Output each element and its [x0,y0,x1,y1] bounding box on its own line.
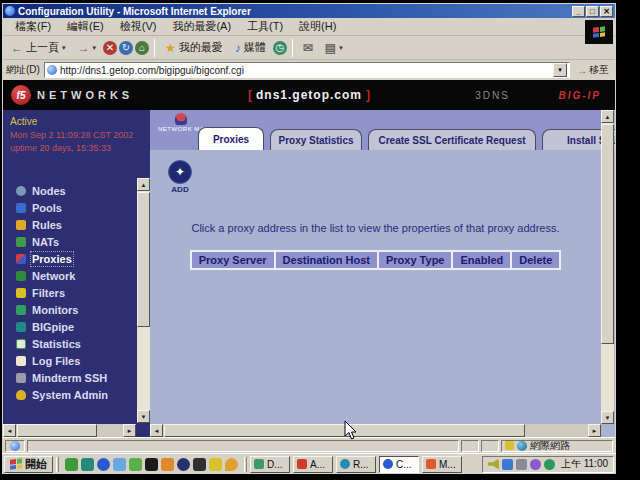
log-files-icon [16,356,26,366]
sidebar-item-rules[interactable]: Rules [3,216,135,233]
scrollbar-thumb[interactable] [601,124,614,344]
volume-icon[interactable] [488,459,499,470]
column-header-proxy-server[interactable]: Proxy Server [192,252,274,268]
scroll-left-icon[interactable]: ◄ [3,424,16,437]
media-button[interactable]: ♪ 媒體 [230,38,271,57]
scroll-left-icon[interactable]: ◄ [150,424,163,437]
tray-app-icon[interactable] [544,459,555,470]
quicklaunch-icon[interactable] [81,458,94,471]
ie-logo-icon [5,6,15,16]
tray-app-icon[interactable] [530,459,541,470]
tab-proxy-statistics[interactable]: Proxy Statistics [270,129,362,150]
tab-create-ssl-certificate-request[interactable]: Create SSL Certificate Request [368,129,536,150]
tab-proxies[interactable]: Proxies [198,127,264,150]
security-zone-pane: 網際網路 [501,440,613,452]
menu-view[interactable]: 檢視(V) [112,18,165,35]
add-proxy-button[interactable]: ✦ ADD [164,160,196,194]
scroll-up-icon[interactable]: ▲ [601,110,614,123]
sidebar-item-proxies[interactable]: Proxies [3,250,135,267]
go-button[interactable]: → 移至 [574,62,612,78]
quicklaunch-icon[interactable] [97,458,110,471]
address-dropdown-icon[interactable]: ▾ [553,63,567,77]
sidebar-item-bigpipe[interactable]: BIGpipe [3,318,135,335]
start-button[interactable]: 開始 [4,456,53,473]
refresh-button[interactable]: ↻ [119,41,133,55]
quicklaunch-icon[interactable] [177,458,190,471]
close-button[interactable]: ✕ [600,6,613,17]
sidebar-item-nodes[interactable]: Nodes [3,182,135,199]
sidebar-vertical-scrollbar[interactable]: ▲ ▼ [137,178,150,423]
sidebar-item-log-files[interactable]: Log Files [3,352,135,369]
forward-button[interactable]: → ▾ [73,40,102,56]
quicklaunch-icon[interactable] [209,458,222,471]
address-input[interactable]: http://dns1.getop.com/bigipgui/bigconf.c… [44,62,570,78]
quicklaunch-icon[interactable] [65,458,78,471]
sidebar-item-nats[interactable]: NATs [3,233,135,250]
menu-tools[interactable]: 工具(T) [239,18,291,35]
monitors-icon [16,305,26,315]
print-button[interactable]: ▤ ▾ [320,40,348,56]
favorites-button[interactable]: ★ 我的最愛 [160,38,228,57]
sidebar-horizontal-scrollbar[interactable]: ◄ ► [3,424,136,437]
messenger-icon[interactable] [502,459,513,470]
menu-help[interactable]: 說明(H) [291,18,344,35]
task-window-button-active[interactable]: C... [379,456,419,473]
history-button[interactable]: ◷ [273,41,287,55]
display-icon[interactable] [516,459,527,470]
forward-dropdown-icon[interactable]: ▾ [93,44,97,52]
sidebar-item-network[interactable]: Network [3,267,135,284]
back-button[interactable]: ← 上一頁 ▾ [6,38,71,57]
quicklaunch-icon[interactable] [193,458,206,471]
scroll-down-icon[interactable]: ▼ [137,410,150,423]
document-icon [10,441,20,451]
sidebar-item-monitors[interactable]: Monitors [3,301,135,318]
forward-icon: → [78,42,90,54]
quicklaunch-icon[interactable] [225,458,238,471]
menu-edit[interactable]: 編輯(E) [59,18,112,35]
mail-button[interactable]: ✉ [298,40,318,56]
network-map-button[interactable]: NETWORK MAP [158,113,204,132]
menu-favorites[interactable]: 我的最愛(A) [164,18,239,35]
quicklaunch-icon[interactable] [129,458,142,471]
statistics-icon [16,339,26,349]
sidebar-item-system-admin[interactable]: System Admin [3,386,135,403]
print-dropdown-icon[interactable]: ▾ [339,44,343,52]
quicklaunch-icon[interactable] [161,458,174,471]
column-header-destination-host[interactable]: Destination Host [274,252,377,268]
scroll-up-icon[interactable]: ▲ [137,178,150,191]
main-horizontal-scrollbar[interactable]: ◄ ► [150,424,601,437]
stop-button[interactable]: ✕ [103,41,117,55]
scroll-right-icon[interactable]: ► [123,424,136,437]
main-vertical-scrollbar[interactable]: ▲ ▼ [601,110,614,424]
quicklaunch-icon[interactable] [145,458,158,471]
scrollbar-thumb[interactable] [17,424,97,437]
app-icon [254,459,264,469]
address-url[interactable]: http://dns1.getop.com/bigipgui/bigconf.c… [60,65,550,76]
scrollbar-thumb[interactable] [137,192,150,327]
column-header-delete[interactable]: Delete [510,252,559,268]
banner-link-bigip[interactable]: BIG-IP [558,90,601,101]
minimize-button[interactable]: _ [572,6,585,17]
sidebar-item-filters[interactable]: Filters [3,284,135,301]
sidebar-item-statistics[interactable]: Statistics [3,335,135,352]
task-window-button[interactable]: M... [422,456,462,473]
task-window-button[interactable]: D... [250,456,290,473]
task-window-button[interactable]: A... [293,456,333,473]
scroll-right-icon[interactable]: ► [588,424,601,437]
column-header-proxy-type[interactable]: Proxy Type [377,252,452,268]
sidebar-item-mindterm-ssh[interactable]: Mindterm SSH [3,369,135,386]
banner-link-3dns[interactable]: 3DNS [475,90,510,101]
column-header-enabled[interactable]: Enabled [451,252,510,268]
taskbar-clock[interactable]: 上午 11:00 [561,457,608,471]
back-dropdown-icon[interactable]: ▾ [62,44,66,52]
quicklaunch-icon[interactable] [113,458,126,471]
task-window-button[interactable]: R... [336,456,376,473]
menu-file[interactable]: 檔案(F) [7,18,59,35]
home-button[interactable]: ⌂ [135,41,149,55]
f5-banner: f5 NETWORKS [dns1.getop.com] 3DNS BIG-IP [3,80,615,110]
scroll-down-icon[interactable]: ▼ [601,411,614,424]
sidebar-item-pools[interactable]: Pools [3,199,135,216]
toolbar-separator [154,39,155,57]
maximize-button[interactable]: □ [586,6,599,17]
zone-label: 網際網路 [530,439,570,453]
